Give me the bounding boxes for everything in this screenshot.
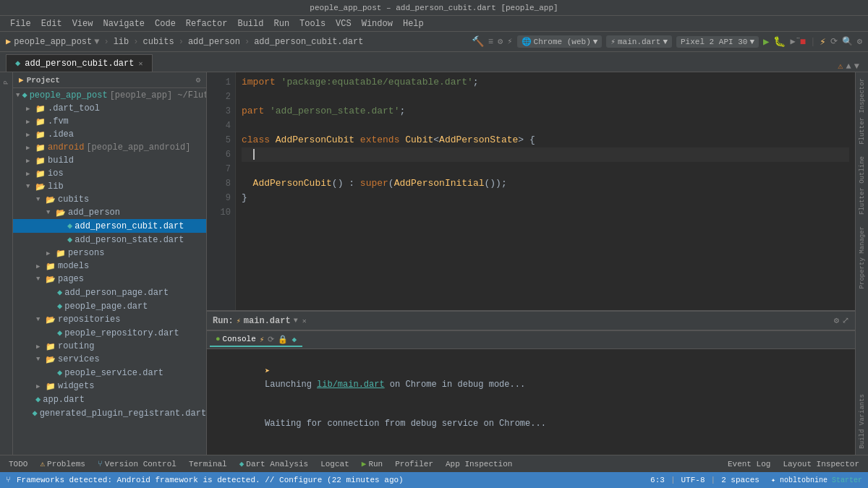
flutter-inspector-panel[interactable]: Flutter Inspector xyxy=(857,72,867,150)
tree-file-app[interactable]: ▶ ◆ app.dart xyxy=(13,393,206,406)
tree-idea[interactable]: ▶ 📁 .idea xyxy=(13,128,206,141)
folder-icon: 📁 xyxy=(35,156,46,166)
tree-build[interactable]: ▶ 📁 build xyxy=(13,154,206,167)
tab-run[interactable]: ▶ Run xyxy=(356,458,388,470)
tree-file-state[interactable]: ▶ ◆ add_person_state.dart xyxy=(13,233,206,247)
toolbar-icon-6[interactable]: 🔍 xyxy=(842,36,853,47)
tree-file-add-page[interactable]: ▶ ◆ add_person_page.dart xyxy=(13,286,206,299)
tree-file-service[interactable]: ▶ ◆ people_service.dart xyxy=(13,366,206,380)
console-reload[interactable]: ⟳ xyxy=(268,335,274,344)
run-with-coverage[interactable]: ▶̈ xyxy=(790,36,795,47)
api-selector[interactable]: Pixel 2 API 30 ▼ xyxy=(676,36,759,48)
tree-models[interactable]: ▶ 📁 models xyxy=(13,260,206,273)
tree-ios[interactable]: ▶ 📁 ios xyxy=(13,167,206,180)
build-variants-panel[interactable]: Build Variants xyxy=(857,388,867,455)
tree-add-person[interactable]: ▼ 📂 add_person xyxy=(13,206,206,219)
tree-widgets[interactable]: ▶ 📁 widgets xyxy=(13,380,206,393)
menu-item-tools[interactable]: Tools xyxy=(295,17,330,30)
menu-item-window[interactable]: Window xyxy=(357,17,397,30)
tree-file-gen[interactable]: ▶ ◆ generated_plugin_registrant.dart xyxy=(13,406,206,420)
tab-console[interactable]: ● Console ⚡ ⟳ 🔒 ◆ xyxy=(210,333,302,347)
toolbar-icon-1[interactable]: 🔨 xyxy=(472,35,484,48)
git-icon[interactable]: ⑂ xyxy=(6,476,11,484)
hot-reload[interactable]: ⚡ xyxy=(820,35,825,48)
tab-version-control[interactable]: ⑂ Version Control xyxy=(92,458,182,470)
toolbar-icon-2[interactable]: ≡ xyxy=(488,37,493,47)
tree-dart-tool[interactable]: ▶ 📁 .dart_tool xyxy=(13,102,206,115)
tree-file-repo[interactable]: ▶ ◆ people_repository.dart xyxy=(13,326,206,340)
editor-content[interactable]: 1 2 3 4 5 6 7 8 9 10 import 'package:equ… xyxy=(207,72,855,310)
console-expand[interactable]: ⤢ xyxy=(842,315,849,326)
run-file: main.dart xyxy=(244,316,291,326)
main-dart-link[interactable]: lib/main.dart xyxy=(317,380,385,390)
menu-item-build[interactable]: Build xyxy=(233,17,268,30)
file-tree-settings[interactable]: ⚙ xyxy=(195,75,200,85)
tab-app-inspection[interactable]: App Inspection xyxy=(440,458,518,470)
project-selector[interactable]: people_app_post ▼ xyxy=(14,37,99,47)
tab-todo[interactable]: TODO xyxy=(3,458,33,470)
flutter-outline-panel[interactable]: Flutter Outline xyxy=(857,150,867,221)
toolbar-sep: | xyxy=(810,37,815,47)
tree-fvm[interactable]: ▶ 📁 .fvm xyxy=(13,115,206,128)
menu-item-edit[interactable]: Edit xyxy=(37,17,67,30)
menu-item-run[interactable]: Run xyxy=(269,17,294,30)
run-config-dropdown: ▼ xyxy=(663,38,668,46)
android-arrow: ▶ xyxy=(26,144,33,152)
tab-event-log[interactable]: Event Log xyxy=(722,458,776,470)
menu-item-code[interactable]: Code xyxy=(150,17,180,30)
toolbar-icon-3[interactable]: ⚙ xyxy=(498,36,503,47)
breadcrumb-file[interactable]: add_person_cubit.dart xyxy=(254,37,363,47)
stop-button[interactable]: ■ xyxy=(800,36,806,48)
tab-problems[interactable]: ⚠ Problems xyxy=(34,458,90,470)
line-endings[interactable]: UTF-8 xyxy=(681,476,705,484)
run-dropdown[interactable]: ▼ xyxy=(294,317,298,325)
tab-close-button[interactable]: ✕ xyxy=(138,59,142,68)
property-manager-panel[interactable]: Property Manager xyxy=(857,221,867,294)
tree-repositories[interactable]: ▼ 📂 repositories xyxy=(13,313,206,326)
breadcrumb-sep3: › xyxy=(179,37,184,47)
menu-item-navigate[interactable]: Navigate xyxy=(98,17,149,30)
tree-services[interactable]: ▼ 📂 services xyxy=(13,353,206,366)
toolbar-icon-4[interactable]: ⚡ xyxy=(507,36,512,47)
tab-terminal[interactable]: Terminal xyxy=(183,458,233,470)
code-area[interactable]: import 'package:equatable/equatable.dart… xyxy=(236,72,855,310)
breadcrumb-lib[interactable]: lib xyxy=(114,37,129,47)
menu-item-file[interactable]: File xyxy=(6,17,35,30)
tree-file-cubit[interactable]: ▶ ◆ add_person_cubit.dart xyxy=(13,219,206,233)
debug-button[interactable]: 🐛 xyxy=(773,35,786,48)
tree-file-people-page[interactable]: ▶ ◆ people_page.dart xyxy=(13,299,206,313)
console-settings[interactable]: ⚙ xyxy=(834,315,839,326)
tab-add-person-cubit[interactable]: ◆ add_person_cubit.dart ✕ xyxy=(6,54,153,72)
tree-routing[interactable]: ▶ 📁 routing xyxy=(13,340,206,353)
tree-cubits[interactable]: ▼ 📂 cubits xyxy=(13,193,206,206)
cursor-position[interactable]: 6:3 xyxy=(650,476,665,484)
sidebar-project-icon[interactable]: P xyxy=(1,77,12,88)
run-close[interactable]: ✕ xyxy=(302,317,307,325)
toolbar-icon-7[interactable]: ⚙ xyxy=(857,36,862,47)
tab-profiler[interactable]: Profiler xyxy=(389,458,439,470)
tree-pages[interactable]: ▼ 📂 pages xyxy=(13,273,206,286)
editor-nav-up[interactable]: ▲ xyxy=(846,61,851,72)
menu-item-refactor[interactable]: Refactor xyxy=(182,17,232,30)
breadcrumb-cubits[interactable]: cubits xyxy=(142,37,174,47)
console-extra2[interactable]: ◆ xyxy=(292,335,297,344)
run-button[interactable]: ▶ xyxy=(763,35,769,48)
device-selector[interactable]: 🌐 Chrome (web) ▼ xyxy=(517,35,603,48)
menu-item-help[interactable]: Help xyxy=(399,17,428,30)
tab-logcat[interactable]: Logcat xyxy=(315,458,355,470)
indent-size[interactable]: 2 spaces xyxy=(721,476,760,484)
menu-item-view[interactable]: View xyxy=(68,17,98,30)
tab-layout-inspector[interactable]: Layout Inspector xyxy=(777,458,865,470)
tree-lib[interactable]: ▼ 📂 lib xyxy=(13,180,206,193)
tree-android[interactable]: ▶ 📁 android [people_app_android] xyxy=(13,141,206,154)
toolbar-icon-5[interactable]: ⟳ xyxy=(830,36,838,47)
tree-persons[interactable]: ▶ 📁 persons xyxy=(13,247,206,260)
menu-item-vcs[interactable]: VCS xyxy=(331,17,356,30)
breadcrumb-add-person[interactable]: add_person xyxy=(188,37,240,47)
console-extra1[interactable]: 🔒 xyxy=(278,335,288,344)
console-hot-reload[interactable]: ⚡ xyxy=(260,335,265,344)
run-config-selector[interactable]: ⚡ main.dart ▼ xyxy=(606,35,672,48)
tab-dart-analysis[interactable]: ◆ Dart Analysis xyxy=(234,458,314,470)
tree-root[interactable]: ▼ ◆ people_app_post [people_app] ~/Flutt… xyxy=(13,88,206,102)
editor-nav-down[interactable]: ▼ xyxy=(854,61,859,72)
